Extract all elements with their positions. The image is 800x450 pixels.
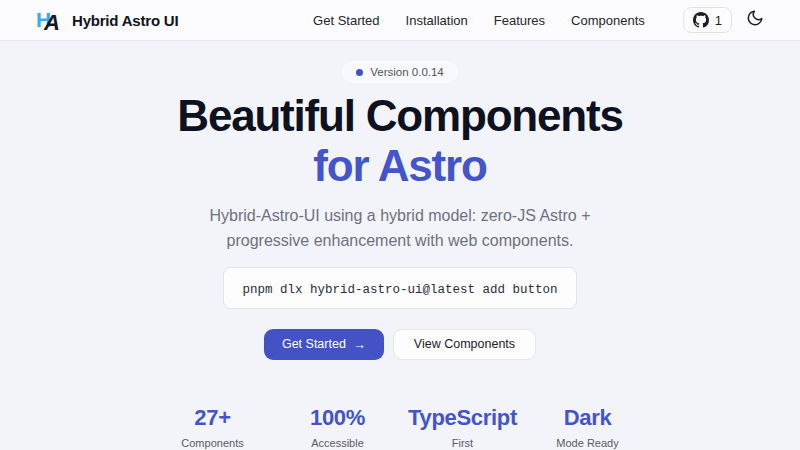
stat-label: First <box>400 437 525 449</box>
title-line-1: Beautiful Components <box>177 94 622 138</box>
top-navbar: H A Hybrid Astro UI Get Started Installa… <box>0 0 800 41</box>
view-components-label: View Components <box>414 337 515 351</box>
stat-value: Dark <box>525 405 650 431</box>
install-command: pnpm dlx hybrid-astro-ui@latest add butt… <box>242 283 557 297</box>
stat-dark-mode: Dark Mode Ready <box>525 405 650 449</box>
logo-letter-a: A <box>44 10 60 36</box>
hero-subtitle: Hybrid-Astro-UI using a hybrid model: ze… <box>209 204 590 254</box>
brand-title: Hybrid Astro UI <box>72 12 178 29</box>
subtitle-line-1: Hybrid-Astro-UI using a hybrid model: ze… <box>209 204 590 229</box>
version-badge: Version 0.0.14 <box>343 62 457 82</box>
get-started-button[interactable]: Get Started → <box>264 329 384 360</box>
version-label: Version 0.0.14 <box>370 66 444 78</box>
github-star-count: 1 <box>715 13 722 28</box>
nav-link-components[interactable]: Components <box>571 13 645 28</box>
get-started-label: Get Started <box>282 337 346 351</box>
stat-label: Mode Ready <box>525 437 650 449</box>
nav-link-installation[interactable]: Installation <box>406 13 468 28</box>
github-stars-button[interactable]: 1 <box>683 7 732 33</box>
stat-label: Components <box>150 437 275 449</box>
stat-value: 27+ <box>150 405 275 431</box>
nav-links: Get Started Installation Features Compon… <box>313 7 766 33</box>
page-title: Beautiful Components for Astro <box>177 94 622 188</box>
stat-components: 27+ Components <box>150 405 275 449</box>
title-line-2: for Astro <box>177 144 622 188</box>
stats-row: 27+ Components 100% Accessible TypeScrip… <box>150 405 650 449</box>
nav-link-get-started[interactable]: Get Started <box>313 13 379 28</box>
subtitle-line-2: progressive enhancement with web compone… <box>209 229 590 254</box>
cta-buttons: Get Started → View Components <box>264 329 536 360</box>
version-dot-icon <box>356 69 363 76</box>
view-components-button[interactable]: View Components <box>393 329 536 360</box>
install-command-box[interactable]: pnpm dlx hybrid-astro-ui@latest add butt… <box>223 267 576 309</box>
nav-actions: 1 <box>683 7 766 33</box>
moon-icon <box>746 9 764 31</box>
nav-link-features[interactable]: Features <box>494 13 545 28</box>
stat-value: 100% <box>275 405 400 431</box>
stat-accessible: 100% Accessible <box>275 405 400 449</box>
stat-value: TypeScript <box>400 405 525 431</box>
github-icon <box>693 12 709 28</box>
stat-typescript: TypeScript First <box>400 405 525 449</box>
hybrid-astro-logo-icon: H A <box>36 7 62 33</box>
dark-mode-toggle[interactable] <box>746 10 766 30</box>
arrow-right-icon: → <box>353 337 366 352</box>
hero-section: Version 0.0.14 Beautiful Components for … <box>0 41 800 449</box>
brand[interactable]: H A Hybrid Astro UI <box>36 7 178 33</box>
stat-label: Accessible <box>275 437 400 449</box>
